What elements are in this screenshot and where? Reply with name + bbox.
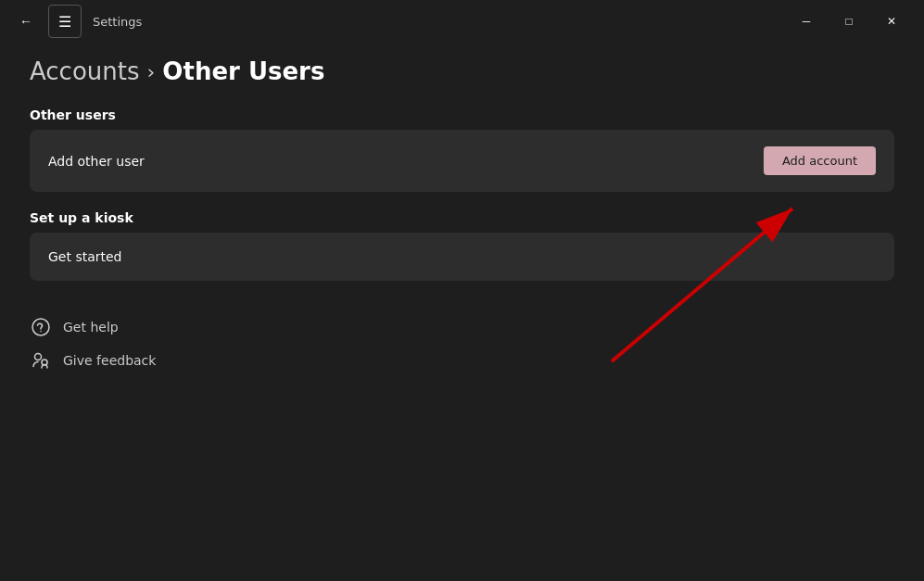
breadcrumb-accounts[interactable]: Accounts	[30, 57, 140, 85]
feedback-icon	[30, 349, 52, 372]
title-bar: ← ☰ Settings ─ □ ✕	[0, 0, 924, 43]
other-users-label: Other users	[30, 107, 894, 122]
main-content: Accounts › Other Users Other users Add o…	[0, 43, 924, 399]
get-help-label: Get help	[63, 320, 119, 335]
get-started-label: Get started	[48, 249, 122, 264]
breadcrumb-separator: ›	[147, 60, 156, 83]
app-title: Settings	[93, 15, 142, 29]
add-account-button[interactable]: Add account	[764, 146, 876, 175]
svg-point-2	[35, 354, 42, 360]
close-button[interactable]: ✕	[870, 6, 913, 36]
breadcrumb: Accounts › Other Users	[30, 57, 894, 85]
give-feedback-link[interactable]: Give feedback	[30, 344, 894, 377]
kiosk-card: Get started	[30, 233, 894, 281]
get-help-link[interactable]: Get help	[30, 310, 894, 344]
window-controls: ─ □ ✕	[785, 6, 913, 36]
add-other-user-row: Add other user Add account	[48, 130, 876, 192]
breadcrumb-current: Other Users	[162, 57, 324, 85]
give-feedback-label: Give feedback	[63, 353, 156, 368]
svg-point-1	[40, 331, 42, 333]
bottom-links: Get help Give feedback	[30, 310, 894, 377]
back-button[interactable]: ←	[11, 6, 41, 36]
minimize-button[interactable]: ─	[785, 6, 828, 36]
other-users-card: Add other user Add account	[30, 130, 894, 192]
add-other-user-label: Add other user	[48, 154, 145, 169]
get-started-row: Get started	[48, 233, 876, 281]
kiosk-label: Set up a kiosk	[30, 210, 894, 225]
maximize-button[interactable]: □	[828, 6, 870, 36]
title-bar-left: ← ☰ Settings	[11, 5, 142, 38]
help-icon	[30, 316, 52, 338]
menu-button[interactable]: ☰	[48, 5, 82, 38]
